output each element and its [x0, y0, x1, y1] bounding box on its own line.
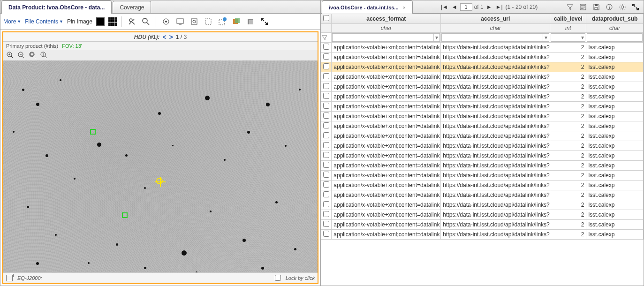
row-checkbox[interactable] — [323, 142, 329, 148]
row-checkbox[interactable] — [323, 221, 329, 227]
filter-access-url[interactable] — [442, 34, 543, 41]
grid-mode-icon[interactable] — [108, 17, 117, 26]
lock-checkbox[interactable] — [275, 275, 281, 281]
table-row[interactable]: application/x-votable+xml;content=datali… — [321, 92, 644, 102]
filter-calib-level[interactable] — [551, 34, 579, 41]
row-checkbox[interactable] — [323, 53, 329, 60]
hdu-next-button[interactable]: > — [169, 33, 173, 41]
table-row[interactable]: application/x-votable+xml;content=datali… — [321, 53, 644, 62]
row-checkbox[interactable] — [323, 211, 329, 217]
search-zoom-icon[interactable] — [141, 16, 151, 27]
table-row[interactable]: application/x-votable+xml;content=datali… — [321, 43, 644, 53]
table-row[interactable]: application/x-votable+xml;content=datali… — [321, 121, 644, 131]
popout-icon[interactable] — [6, 275, 13, 281]
dropdown-icon[interactable]: ▾ — [543, 34, 549, 41]
row-checkbox[interactable] — [323, 63, 329, 69]
page-next-icon[interactable]: ► — [485, 4, 493, 10]
expand-icon[interactable] — [259, 16, 270, 27]
zoom-in-icon[interactable] — [5, 50, 15, 60]
row-checkbox[interactable] — [323, 132, 329, 138]
col-dataproduct-sub[interactable]: dataproduct_sub — [586, 14, 644, 24]
hdu-label: HDU (#1): — [134, 34, 160, 40]
table-row[interactable]: application/x-votable+xml;content=datali… — [321, 82, 644, 92]
expand-table-icon[interactable] — [630, 2, 641, 12]
monitor-icon[interactable] — [175, 16, 185, 27]
col-access-format[interactable]: access_format — [332, 14, 441, 24]
table-row[interactable]: application/x-votable+xml;content=datali… — [321, 62, 644, 72]
table-row[interactable]: application/x-votable+xml;content=datali… — [321, 141, 644, 151]
row-checkbox[interactable] — [323, 44, 329, 50]
tab-table[interactable]: ivoa.ObsCore - data-int.lss... × — [322, 0, 413, 14]
table-row[interactable]: application/x-votable+xml;content=datali… — [321, 112, 644, 121]
filter-icon[interactable] — [565, 2, 575, 12]
page-last-icon[interactable]: ►| — [495, 4, 504, 10]
row-checkbox[interactable] — [323, 113, 329, 119]
row-checkbox[interactable] — [323, 162, 329, 168]
close-tab-icon[interactable]: × — [403, 5, 406, 10]
table-row[interactable]: application/x-votable+xml;content=datali… — [321, 230, 644, 240]
table-row[interactable]: application/x-votable+xml;content=datali… — [321, 190, 644, 200]
more-menu[interactable]: More▼ — [3, 18, 21, 25]
dropdown-icon[interactable]: ▾ — [433, 34, 439, 41]
sky-image[interactable] — [3, 60, 318, 272]
zoom-bar — [3, 50, 318, 60]
select-rect-badge-icon[interactable] — [217, 16, 227, 27]
row-checkbox[interactable] — [323, 172, 329, 178]
tab-coverage[interactable]: Coverage — [113, 1, 151, 13]
filter-dataproduct-sub[interactable] — [587, 34, 642, 41]
col-calib-level[interactable]: calib_level — [550, 14, 586, 24]
dropdown-icon[interactable]: ▾ — [580, 34, 585, 41]
target-box-icon[interactable] — [189, 16, 199, 27]
row-checkbox[interactable] — [323, 181, 329, 188]
tools-icon[interactable] — [127, 16, 137, 27]
save-icon[interactable] — [591, 2, 601, 12]
color-swatch[interactable] — [96, 17, 105, 26]
type-cell: char — [332, 24, 441, 33]
reticle-icon[interactable] — [161, 16, 171, 27]
row-checkbox[interactable] — [323, 191, 329, 197]
table-row[interactable]: application/x-votable+xml;content=datali… — [321, 151, 644, 161]
filter-row: ▾ ▾ ▾ — [321, 33, 644, 43]
svg-rect-16 — [30, 53, 33, 56]
text-view-icon[interactable] — [578, 2, 588, 12]
overlay2-icon[interactable] — [245, 16, 256, 27]
tab-data-product[interactable]: Data Product: ivoa.ObsCore - data... — [1, 0, 112, 14]
page-prev-icon[interactable]: ◄ — [451, 4, 458, 10]
overlay1-icon[interactable] — [231, 16, 242, 27]
table-scroll[interactable]: access_format access_url calib_level dat… — [321, 14, 644, 286]
pin-image-button[interactable]: Pin Image — [67, 18, 92, 25]
page-range-label: (1 - 20 of 20) — [506, 4, 538, 10]
info-icon[interactable] — [604, 2, 614, 12]
settings-icon[interactable] — [617, 2, 628, 12]
table-row[interactable]: application/x-votable+xml;content=datali… — [321, 161, 644, 171]
zoom-1x-icon[interactable] — [39, 50, 49, 60]
row-checkbox[interactable] — [323, 73, 329, 79]
file-contents-menu[interactable]: File Contents▼ — [25, 18, 63, 25]
table-row[interactable]: application/x-votable+xml;content=datali… — [321, 181, 644, 190]
row-checkbox[interactable] — [323, 83, 329, 89]
select-all-checkbox[interactable] — [323, 15, 329, 21]
table-row[interactable]: application/x-votable+xml;content=datali… — [321, 210, 644, 220]
row-checkbox[interactable] — [323, 103, 329, 109]
checkbox-header[interactable] — [321, 14, 332, 24]
row-checkbox[interactable] — [323, 201, 329, 207]
table-row[interactable]: application/x-votable+xml;content=datali… — [321, 72, 644, 82]
zoom-fit-icon[interactable] — [28, 50, 38, 60]
col-access-url[interactable]: access_url — [441, 14, 550, 24]
table-row[interactable]: application/x-votable+xml;content=datali… — [321, 220, 644, 230]
row-checkbox[interactable] — [323, 152, 329, 158]
table-row[interactable]: application/x-votable+xml;content=datali… — [321, 200, 644, 210]
hdu-prev-button[interactable]: < — [162, 33, 166, 41]
table-row[interactable]: application/x-votable+xml;content=datali… — [321, 102, 644, 112]
select-rect-icon[interactable] — [203, 16, 213, 27]
page-first-icon[interactable]: |◄ — [440, 4, 449, 10]
filter-access-format[interactable] — [333, 34, 433, 41]
row-checkbox[interactable] — [323, 122, 329, 128]
row-checkbox[interactable] — [323, 93, 329, 99]
table-row[interactable]: application/x-votable+xml;content=datali… — [321, 171, 644, 181]
row-checkbox[interactable] — [323, 231, 329, 237]
page-input[interactable] — [460, 3, 472, 11]
filter-toggle-icon[interactable] — [321, 33, 332, 43]
zoom-out-icon[interactable] — [16, 50, 27, 60]
table-row[interactable]: application/x-votable+xml;content=datali… — [321, 131, 644, 141]
